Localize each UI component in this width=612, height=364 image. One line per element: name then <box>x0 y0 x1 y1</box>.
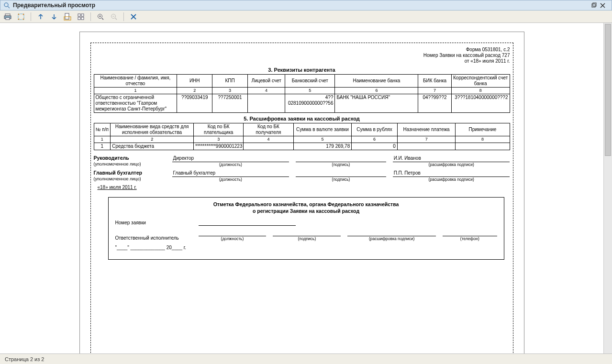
s5-col3: Код по БК получателя <box>244 123 293 136</box>
form-header: Форма 0531801, с.2 Номер Заявки на кассо… <box>94 47 510 64</box>
s3-n5: 5 <box>285 88 335 94</box>
s3-n7: 7 <box>418 88 452 94</box>
s3-n3: 3 <box>212 88 248 94</box>
titlebar: Предварительный просмотр <box>0 0 612 11</box>
close-button[interactable] <box>600 3 609 8</box>
zoom-in-button[interactable] <box>96 12 105 22</box>
s3-col5: Банковский счет <box>285 75 335 88</box>
stamp-cap-sign: (подпись) <box>273 236 341 241</box>
stamp-date: "____" _____________ 20____ г. <box>115 245 497 251</box>
grid-button[interactable] <box>76 12 86 22</box>
section3-table: Наименование / фамилия, имя, отчество ИН… <box>94 74 510 113</box>
cap-name2: (расшифровка подписи) <box>393 177 510 182</box>
head-name: И.И. Иванов <box>394 155 421 161</box>
s5-purpose <box>397 143 456 150</box>
head-label: Руководитель <box>94 155 129 161</box>
section5-table: № п/п Наименование вида средств для испо… <box>94 123 510 150</box>
table-row: Общество с ограниченной ответственностью… <box>94 94 510 112</box>
cap-sign: (подпись) <box>296 162 386 167</box>
s3-n8: 8 <box>451 88 510 94</box>
window-title: Предварительный просмотр <box>13 2 591 9</box>
svg-line-17 <box>102 18 103 20</box>
svg-rect-8 <box>6 18 10 20</box>
vertical-scrollbar[interactable] <box>603 23 612 353</box>
s5-name: Средства бюджета <box>111 143 194 150</box>
toolbar-separator <box>31 12 31 21</box>
stamp-title2: о регистрации Заявки на кассовый расход <box>253 208 359 214</box>
table-row: 1 Средства бюджета ***********9900001223… <box>94 143 510 150</box>
acct-name: П.П. Петров <box>394 170 421 176</box>
s3-n1: 1 <box>94 88 177 94</box>
s3-col7: БИК банка <box>418 75 452 88</box>
s3-bankacct: 4??0281090000000??56 <box>285 94 335 112</box>
svg-rect-3 <box>593 3 596 6</box>
s5-sumcurr: 179 269,78 <box>293 143 352 150</box>
s5-col6: Назначение платежа <box>397 123 456 136</box>
head-sublabel: (уполномоченное лицо) <box>94 162 141 166</box>
stamp-title1: Отметка Федерального казначейства, орган… <box>213 201 399 207</box>
s5-bkrec <box>244 143 293 150</box>
s3-col2: ИНН <box>177 75 212 88</box>
s5-n: 1 <box>94 143 111 150</box>
statusbar: Страница 2 из 2 <box>0 353 612 364</box>
head-position: Директор <box>173 155 194 161</box>
status-text: Страница 2 из 2 <box>5 356 44 362</box>
svg-rect-6 <box>5 14 10 16</box>
s5-col7: Примечание <box>456 123 510 136</box>
section3-title: 3. Реквизиты контрагента <box>94 67 510 73</box>
svg-point-0 <box>4 3 8 7</box>
header-date: от «18» июля 2011 г. <box>94 58 510 64</box>
stamp-cap-phone: (телефон) <box>443 236 497 241</box>
s5-col0: № п/п <box>94 123 111 136</box>
s5-n6: 7 <box>397 136 456 143</box>
svg-rect-15 <box>81 17 84 20</box>
stamp-reqno-label: Номер заявки <box>115 220 192 226</box>
acct-label: Главный бухгалтер <box>94 170 143 176</box>
restore-button[interactable] <box>591 2 600 8</box>
request-number: Номер Заявки на кассовый расход 727 <box>94 53 510 58</box>
stamp-cap-name: (расшифровка подписи) <box>347 236 436 241</box>
s5-n5: 6 <box>352 136 398 143</box>
s5-n0: 1 <box>94 136 111 143</box>
s3-n6: 6 <box>335 88 418 94</box>
cap-sign2: (подпись) <box>296 177 386 182</box>
toolbar-separator <box>123 12 124 21</box>
stamp-reqno-field <box>199 219 296 226</box>
fit-button[interactable] <box>16 12 26 22</box>
s5-note <box>456 143 510 150</box>
s3-col3: КПП <box>212 75 248 88</box>
svg-line-21 <box>115 18 117 20</box>
s3-col4: Лицевой счет <box>248 75 285 88</box>
svg-rect-13 <box>81 14 84 16</box>
s5-col5: Сумма в рублях <box>352 123 398 136</box>
svg-rect-2 <box>592 4 595 7</box>
section5-title: 5. Расшифровка заявки на кассовый расход <box>94 116 510 122</box>
preview-icon <box>3 2 10 9</box>
s3-bik: 04??99??2 <box>418 94 452 112</box>
stamp-cap-pos: (должность) <box>199 236 267 241</box>
treasury-stamp-box: Отметка Федерального казначейства, орган… <box>108 197 504 260</box>
close-preview-button[interactable] <box>129 12 138 22</box>
s3-inn: ??09033419 <box>177 94 212 112</box>
print-button[interactable] <box>3 12 12 22</box>
svg-line-1 <box>8 6 10 8</box>
svg-rect-12 <box>78 14 80 16</box>
scrollbar-thumb[interactable] <box>605 24 611 156</box>
next-page-button[interactable] <box>49 12 59 22</box>
s3-lic <box>248 94 285 112</box>
page-preview: Форма 0531801, с.2 Номер Заявки на кассо… <box>79 32 524 353</box>
toolbar-separator <box>90 12 91 21</box>
s3-col8: Корреспондентский счет банка <box>451 75 510 88</box>
page-setup-button[interactable] <box>63 12 72 22</box>
form-code: Форма 0531801, с.2 <box>94 47 510 53</box>
prev-page-button[interactable] <box>36 12 45 22</box>
svg-rect-14 <box>78 17 80 20</box>
s5-bkpayer: ***********9900001223 <box>194 143 244 150</box>
s5-n3: 4 <box>244 136 293 143</box>
preview-viewer[interactable]: Форма 0531801, с.2 Номер Заявки на кассо… <box>0 23 612 353</box>
zoom-out-button[interactable] <box>109 12 119 22</box>
s3-corr: 3???181040000000???2 <box>451 94 510 112</box>
sign-date: «18» июля 2011 г. <box>98 185 510 190</box>
stamp-exec-label: Ответственный исполнитель <box>115 235 192 241</box>
cap-position2: (должность) <box>172 177 289 182</box>
